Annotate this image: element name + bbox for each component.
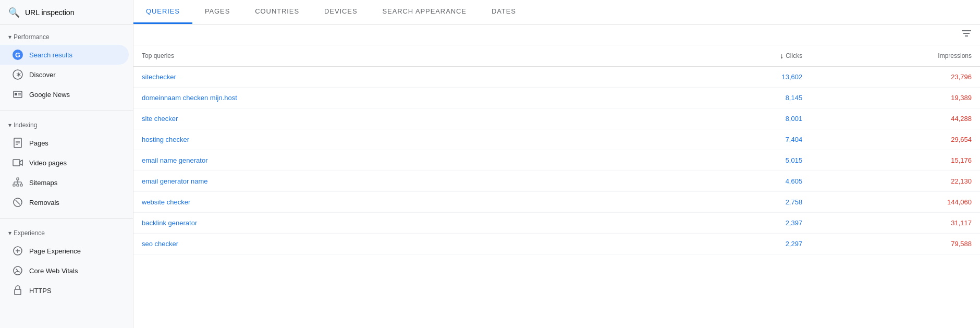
svg-line-24 bbox=[16, 200, 20, 204]
tab-devices[interactable]: DEVICES bbox=[312, 0, 370, 24]
query-cell: sitechecker bbox=[133, 67, 641, 88]
tab-queries[interactable]: QUERIES bbox=[133, 0, 192, 24]
sidebar-item-sitemaps[interactable]: Sitemaps bbox=[0, 173, 129, 192]
chevron-down-icon-2: ▾ bbox=[8, 122, 11, 129]
table-row: domeinnaam checken mijn.host8,14519,389 bbox=[133, 88, 980, 108]
queries-table-container: Top queries ↓ Clicks Impressions siteche… bbox=[133, 45, 980, 328]
sidebar-item-core-web-vitals[interactable]: Core Web Vitals bbox=[0, 261, 129, 281]
query-link[interactable]: domeinnaam checken mijn.host bbox=[142, 94, 237, 102]
query-link[interactable]: backlink generator bbox=[142, 219, 197, 227]
video-icon bbox=[13, 157, 23, 168]
impressions-cell: 144,060 bbox=[811, 192, 980, 213]
sidebar-item-google-news[interactable]: Google News bbox=[0, 84, 129, 104]
query-link[interactable]: website checker bbox=[142, 198, 190, 206]
main-content: QUERIES PAGES COUNTRIES DEVICES SEARCH A… bbox=[133, 0, 980, 328]
table-row: backlink generator2,39731,117 bbox=[133, 213, 980, 234]
col-header-query: Top queries bbox=[133, 45, 641, 67]
lock-icon bbox=[13, 285, 23, 296]
tab-countries[interactable]: COUNTRIES bbox=[242, 0, 312, 24]
chevron-down-icon: ▾ bbox=[8, 33, 11, 41]
search-icon: 🔍 bbox=[8, 7, 20, 18]
table-row: seo checker2,29779,588 bbox=[133, 234, 980, 254]
sidebar-item-https[interactable]: HTTPS bbox=[0, 281, 129, 300]
sidebar-item-video-pages[interactable]: Video pages bbox=[0, 153, 129, 173]
table-row: site checker8,00144,288 bbox=[133, 108, 980, 129]
svg-rect-14 bbox=[17, 178, 19, 180]
query-cell: domeinnaam checken mijn.host bbox=[133, 88, 641, 108]
tab-search-appearance[interactable]: SEARCH APPEARANCE bbox=[370, 0, 479, 24]
sidebar-divider-2 bbox=[0, 218, 133, 219]
clicks-cell: 5,015 bbox=[641, 150, 811, 171]
plus-circle-icon bbox=[13, 246, 23, 256]
clicks-cell: 8,145 bbox=[641, 88, 811, 108]
tabs-bar: QUERIES PAGES COUNTRIES DEVICES SEARCH A… bbox=[133, 0, 980, 25]
queries-table: Top queries ↓ Clicks Impressions siteche… bbox=[133, 45, 980, 254]
clicks-cell: 2,297 bbox=[641, 234, 811, 254]
query-link[interactable]: hosting checker bbox=[142, 136, 189, 143]
down-arrow-icon: ↓ bbox=[780, 52, 783, 60]
url-inspection-item[interactable]: 🔍 URL inspection bbox=[0, 0, 133, 25]
clicks-cell: 4,605 bbox=[641, 171, 811, 192]
query-cell: site checker bbox=[133, 108, 641, 129]
query-cell: email generator name bbox=[133, 171, 641, 192]
url-inspection-label: URL inspection bbox=[25, 8, 74, 17]
table-row: email generator name4,60522,130 bbox=[133, 171, 980, 192]
query-link[interactable]: site checker bbox=[142, 115, 178, 123]
chevron-down-icon-3: ▾ bbox=[8, 229, 11, 237]
experience-header[interactable]: ▾ Experience bbox=[0, 225, 133, 241]
query-link[interactable]: email name generator bbox=[142, 156, 207, 164]
impressions-cell: 44,288 bbox=[811, 108, 980, 129]
query-link[interactable]: email generator name bbox=[142, 177, 207, 185]
svg-rect-30 bbox=[15, 289, 21, 295]
sidebar-item-pages[interactable]: Pages bbox=[0, 133, 129, 153]
query-cell: hosting checker bbox=[133, 129, 641, 150]
clicks-cell: 8,001 bbox=[641, 108, 811, 129]
table-row: website checker2,758144,060 bbox=[133, 192, 980, 213]
impressions-cell: 23,796 bbox=[811, 67, 980, 88]
impressions-cell: 31,117 bbox=[811, 213, 980, 234]
tab-dates[interactable]: DATES bbox=[479, 0, 529, 24]
clicks-cell: 13,602 bbox=[641, 67, 811, 88]
query-cell: seo checker bbox=[133, 234, 641, 254]
impressions-cell: 22,130 bbox=[811, 171, 980, 192]
query-cell: website checker bbox=[133, 192, 641, 213]
impressions-cell: 15,176 bbox=[811, 150, 980, 171]
svg-text:✶: ✶ bbox=[16, 70, 22, 79]
svg-line-29 bbox=[16, 269, 18, 271]
table-row: hosting checker7,40429,654 bbox=[133, 129, 980, 150]
impressions-cell: 19,389 bbox=[811, 88, 980, 108]
sidebar-item-page-experience[interactable]: Page Experience bbox=[0, 241, 129, 261]
query-cell: email name generator bbox=[133, 150, 641, 171]
query-cell: backlink generator bbox=[133, 213, 641, 234]
newspaper-icon bbox=[13, 89, 23, 100]
svg-rect-17 bbox=[20, 184, 22, 186]
sidebar: 🔍 URL inspection ▾ Performance G Search … bbox=[0, 0, 133, 328]
query-link[interactable]: sitechecker bbox=[142, 73, 176, 81]
removals-icon bbox=[13, 197, 23, 208]
indexing-header[interactable]: ▾ Indexing bbox=[0, 117, 133, 133]
tab-pages[interactable]: PAGES bbox=[192, 0, 242, 24]
clicks-cell: 7,404 bbox=[641, 129, 811, 150]
svg-text:G: G bbox=[15, 51, 20, 59]
sidebar-item-discover[interactable]: ✶ Discover bbox=[0, 65, 129, 84]
table-row: email name generator5,01515,176 bbox=[133, 150, 980, 171]
performance-header[interactable]: ▾ Performance bbox=[0, 29, 133, 45]
experience-section: ▾ Experience Page Experience Cor bbox=[0, 221, 133, 305]
gauge-icon bbox=[13, 265, 23, 276]
sidebar-item-removals[interactable]: Removals bbox=[0, 192, 129, 212]
filter-bar bbox=[133, 25, 980, 45]
sidebar-item-search-results[interactable]: G Search results bbox=[0, 45, 129, 65]
col-header-impressions[interactable]: Impressions bbox=[811, 45, 980, 67]
sitemap-icon bbox=[13, 177, 23, 188]
performance-section: ▾ Performance G Search results ✶ Discove… bbox=[0, 25, 133, 108]
impressions-cell: 29,654 bbox=[811, 129, 980, 150]
svg-rect-16 bbox=[17, 184, 19, 186]
clicks-cell: 2,397 bbox=[641, 213, 811, 234]
filter-icon[interactable] bbox=[961, 29, 972, 41]
table-row: sitechecker13,60223,796 bbox=[133, 67, 980, 88]
svg-rect-5 bbox=[15, 93, 17, 95]
svg-rect-15 bbox=[13, 184, 15, 186]
query-link[interactable]: seo checker bbox=[142, 240, 178, 248]
col-header-clicks[interactable]: ↓ Clicks bbox=[641, 45, 811, 67]
svg-rect-12 bbox=[13, 160, 20, 166]
